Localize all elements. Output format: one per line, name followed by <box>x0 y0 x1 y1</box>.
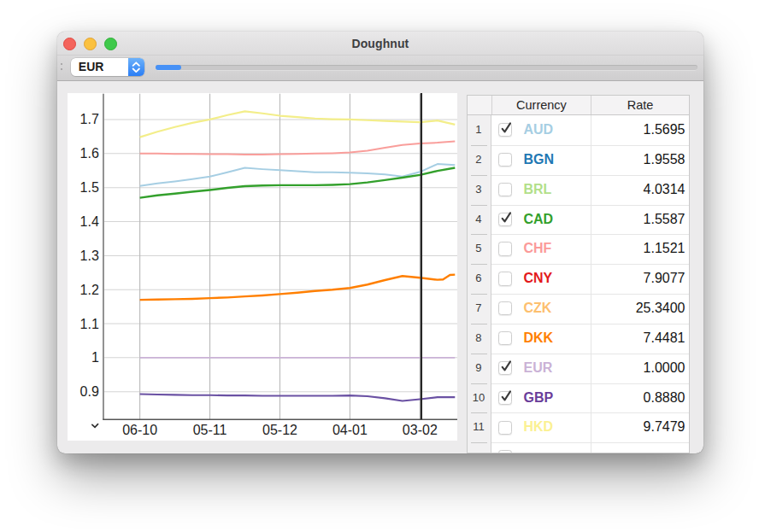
svg-text:1.6: 1.6 <box>80 146 99 161</box>
svg-text:1.4: 1.4 <box>80 213 99 229</box>
svg-text:05-12: 05-12 <box>262 422 297 437</box>
svg-text:03-02: 03-02 <box>403 422 438 437</box>
svg-text:04-01: 04-01 <box>332 422 368 437</box>
svg-text:1.2: 1.2 <box>80 282 99 297</box>
svg-text:0.9: 0.9 <box>80 384 99 400</box>
svg-text:1.1: 1.1 <box>80 316 99 331</box>
svg-text:1: 1 <box>91 350 99 365</box>
svg-text:1.3: 1.3 <box>80 248 99 263</box>
svg-text:1.5: 1.5 <box>80 180 99 196</box>
svg-text:06-10: 06-10 <box>122 422 157 437</box>
svg-text:1.7: 1.7 <box>80 112 99 127</box>
svg-text:05-11: 05-11 <box>193 422 227 437</box>
